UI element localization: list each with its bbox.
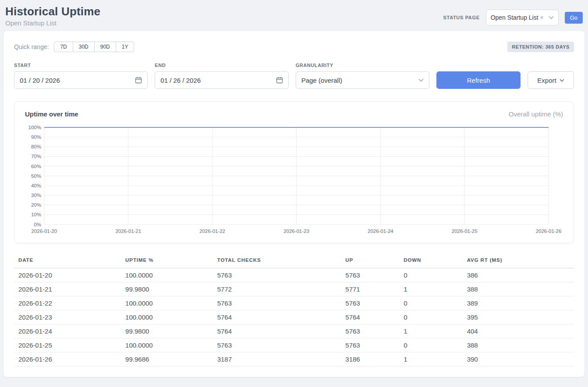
table-column-header: TOTAL CHECKS xyxy=(213,255,341,268)
table-cell: 388 xyxy=(463,338,574,352)
main-card: Quick range: 7D 30D 90D 1Y RETENTION: 36… xyxy=(4,31,584,377)
export-button-label: Export xyxy=(537,77,556,84)
title-block: Historical Uptime Open Startup List xyxy=(5,5,100,27)
quick-range-1y-button[interactable]: 1Y xyxy=(116,42,135,52)
table-cell: 2026-01-26 xyxy=(14,352,121,366)
table-cell: 5763 xyxy=(213,296,341,310)
chevron-down-icon xyxy=(549,16,554,19)
granularity-label: GRANULARITY xyxy=(296,63,429,68)
refresh-button[interactable]: Refresh xyxy=(436,71,521,89)
status-page-label: STATUS PAGE xyxy=(443,15,480,20)
quick-range-7d-button[interactable]: 7D xyxy=(54,42,73,52)
table-cell: 5764 xyxy=(213,324,341,338)
table-cell: 3187 xyxy=(213,352,341,366)
end-date-value: 01 / 26 / 2026 xyxy=(160,77,201,84)
svg-text:10%: 10% xyxy=(31,212,41,218)
table-row: 2026-01-20100.0000576357630386 xyxy=(14,268,574,282)
svg-text:2026-01-22: 2026-01-22 xyxy=(199,229,225,234)
table-cell: 99.9800 xyxy=(121,282,213,296)
page-header: Historical Uptime Open Startup List STAT… xyxy=(0,0,588,31)
svg-text:100%: 100% xyxy=(28,125,41,130)
table-cell: 0 xyxy=(399,268,462,282)
table-row: 2026-01-25100.0000576357630388 xyxy=(14,338,574,352)
end-date-label: END xyxy=(155,63,288,68)
table-cell: 3186 xyxy=(341,352,399,366)
table-cell: 2026-01-22 xyxy=(14,296,121,310)
start-date-value: 01 / 20 / 2026 xyxy=(20,77,60,84)
chevron-down-icon xyxy=(418,78,424,82)
table-cell: 1 xyxy=(399,324,462,338)
chevron-down-icon xyxy=(560,79,564,82)
svg-text:50%: 50% xyxy=(31,173,41,179)
go-button[interactable]: Go xyxy=(565,12,583,24)
svg-text:20%: 20% xyxy=(31,203,41,208)
svg-text:2026-01-24: 2026-01-24 xyxy=(368,229,393,234)
header-controls: STATUS PAGE Open Startup List × Go xyxy=(443,10,583,25)
table-cell: 5763 xyxy=(341,296,399,310)
quick-range-row: Quick range: 7D 30D 90D 1Y RETENTION: 36… xyxy=(14,42,574,52)
table-header-row: DATEUPTIME %TOTAL CHECKSUPDOWNAVG RT (MS… xyxy=(14,255,574,268)
uptime-line-chart: 100%90%80%70%60%50%40%30%20%10%0%2026-01… xyxy=(25,124,563,237)
table-cell: 100.0000 xyxy=(121,296,213,310)
table-column-header: UP xyxy=(341,255,399,268)
table-cell: 99.9686 xyxy=(121,352,213,366)
table-cell: 1 xyxy=(399,282,462,296)
status-page-select[interactable]: Open Startup List × xyxy=(486,10,559,25)
table-cell: 388 xyxy=(463,282,574,296)
filter-form-row: START 01 / 20 / 2026 END 01 / 26 / 2026 … xyxy=(14,63,574,89)
quick-range-label: Quick range: xyxy=(14,43,49,50)
svg-text:2026-01-21: 2026-01-21 xyxy=(115,229,141,234)
export-button[interactable]: Export xyxy=(528,71,574,89)
table-cell: 0 xyxy=(399,338,462,352)
table-cell: 395 xyxy=(463,310,574,324)
table-cell: 5763 xyxy=(341,324,399,338)
calendar-icon[interactable] xyxy=(276,77,283,84)
table-cell: 0 xyxy=(399,296,462,310)
table-row: 2026-01-2199.9800577257711388 xyxy=(14,282,574,296)
table-column-header: DOWN xyxy=(399,255,462,268)
table-cell: 2026-01-24 xyxy=(14,324,121,338)
table-cell: 2026-01-23 xyxy=(14,310,121,324)
chart-legend: Overall uptime (%) xyxy=(509,110,563,118)
table-cell: 5763 xyxy=(213,338,341,352)
table-row: 2026-01-22100.0000576357630389 xyxy=(14,296,574,310)
table-cell: 0 xyxy=(399,310,462,324)
quick-range-90d-button[interactable]: 90D xyxy=(94,42,116,52)
svg-text:2026-01-26: 2026-01-26 xyxy=(536,229,562,234)
table-cell: 5764 xyxy=(341,310,399,324)
calendar-icon[interactable] xyxy=(135,77,142,84)
table-cell: 100.0000 xyxy=(121,268,213,282)
table-cell: 5764 xyxy=(213,310,341,324)
page-subtitle: Open Startup List xyxy=(5,19,100,27)
table-cell: 99.9800 xyxy=(121,324,213,338)
quick-range-group: 7D 30D 90D 1Y xyxy=(54,42,134,52)
table-column-header: UPTIME % xyxy=(121,255,213,268)
svg-text:90%: 90% xyxy=(31,134,41,140)
uptime-table: DATEUPTIME %TOTAL CHECKSUPDOWNAVG RT (MS… xyxy=(14,255,574,366)
table-cell: 100.0000 xyxy=(121,338,213,352)
chart-title: Uptime over time xyxy=(25,110,78,118)
status-page-selected-value: Open Startup List xyxy=(491,14,538,21)
table-cell: 5771 xyxy=(341,282,399,296)
table-cell: 2026-01-20 xyxy=(14,268,121,282)
start-date-input[interactable]: 01 / 20 / 2026 xyxy=(14,71,148,89)
granularity-selected-value: Page (overall) xyxy=(301,77,342,84)
table-column-header: DATE xyxy=(14,255,121,268)
svg-text:70%: 70% xyxy=(31,154,41,159)
svg-text:80%: 80% xyxy=(31,144,41,150)
table-cell: 389 xyxy=(463,296,574,310)
svg-text:0%: 0% xyxy=(34,222,41,227)
svg-text:2026-01-25: 2026-01-25 xyxy=(452,229,478,234)
granularity-select[interactable]: Page (overall) xyxy=(296,71,429,89)
table-row: 2026-01-2499.9800576457631404 xyxy=(14,324,574,338)
svg-text:30%: 30% xyxy=(31,193,41,198)
quick-range-30d-button[interactable]: 30D xyxy=(73,42,95,52)
table-cell: 1 xyxy=(399,352,462,366)
end-date-input[interactable]: 01 / 26 / 2026 xyxy=(155,71,288,89)
table-cell: 5763 xyxy=(213,268,341,282)
table-cell: 390 xyxy=(463,352,574,366)
table-cell: 2026-01-21 xyxy=(14,282,121,296)
clear-icon[interactable]: × xyxy=(540,14,544,21)
table-body: 2026-01-20100.00005763576303862026-01-21… xyxy=(14,268,574,366)
table-column-header: AVG RT (MS) xyxy=(463,255,574,268)
